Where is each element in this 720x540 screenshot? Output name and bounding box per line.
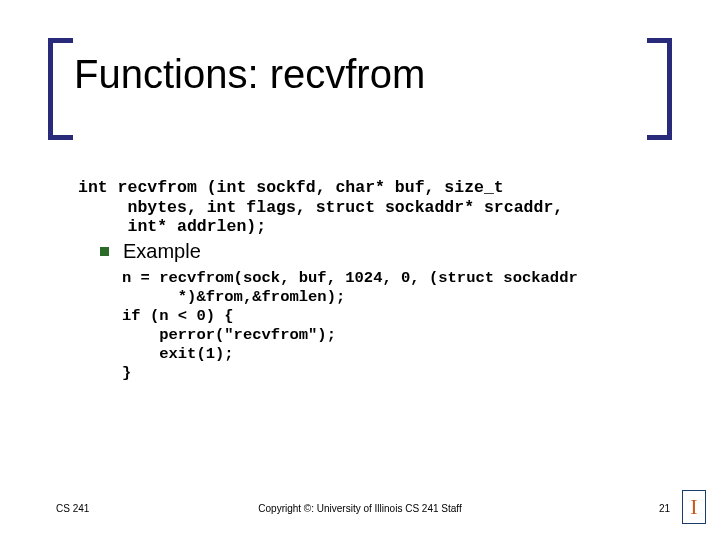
page-number: 21	[659, 503, 670, 514]
signature-line: int* addrlen);	[78, 217, 266, 236]
logo-glyph: I	[690, 494, 697, 520]
footer: CS 241 Copyright ©: University of Illino…	[0, 494, 720, 514]
page-title: Functions: recvfrom	[74, 52, 664, 97]
illinois-logo-icon: I	[682, 490, 706, 524]
signature-line: nbytes, int flags, struct sockaddr* srca…	[78, 198, 563, 217]
bracket-left-icon	[48, 38, 73, 140]
code-line: *)&from,&fromlen);	[122, 288, 345, 306]
code-line: exit(1);	[122, 345, 234, 363]
code-line: n = recvfrom(sock, buf, 1024, 0, (struct…	[122, 269, 578, 287]
example-bullet-row: Example	[78, 239, 680, 263]
example-code: n = recvfrom(sock, buf, 1024, 0, (struct…	[122, 269, 680, 382]
bracket-right-icon	[647, 38, 672, 140]
title-area: Functions: recvfrom	[56, 52, 664, 97]
signature-line: int recvfrom (int sockfd, char* buf, siz…	[78, 178, 504, 197]
example-label: Example	[123, 239, 201, 263]
body-content: int recvfrom (int sockfd, char* buf, siz…	[78, 158, 680, 383]
code-line: if (n < 0) {	[122, 307, 234, 325]
code-line: }	[122, 364, 131, 382]
slide: Functions: recvfrom int recvfrom (int so…	[0, 0, 720, 540]
code-line: perror("recvfrom");	[122, 326, 336, 344]
footer-center: Copyright ©: University of Illinois CS 2…	[0, 503, 720, 514]
square-bullet-icon	[100, 247, 109, 256]
